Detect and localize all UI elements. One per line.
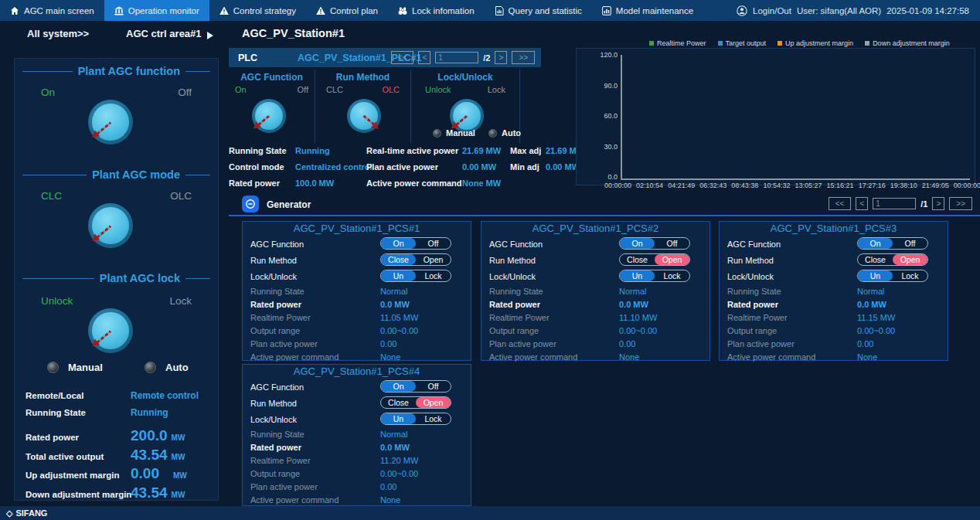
rated-power-value: 200.0MW <box>131 427 185 444</box>
toggle-unlock[interactable]: Un <box>381 270 416 281</box>
legend-swatch <box>718 41 723 46</box>
manual-radio[interactable] <box>47 362 59 373</box>
page-number-input[interactable] <box>873 198 916 209</box>
toggle-close[interactable]: Close <box>381 254 416 265</box>
run-method-toggle[interactable]: Close Open <box>380 396 451 409</box>
nav-operation-monitor[interactable]: Operation monitor <box>104 0 209 21</box>
plant-agc-lock-knob[interactable] <box>88 308 133 353</box>
nav-label: Control plan <box>330 6 378 15</box>
lock-unlock-toggle[interactable]: Un Lock <box>619 270 690 282</box>
toggle-on[interactable]: On <box>858 238 893 249</box>
running-state-row: Running StateNormal <box>481 284 709 297</box>
realtime-power-row: Realtime Power11.10 MW <box>481 311 709 324</box>
active-power-command-row: Active power commandNone <box>481 350 709 363</box>
plan-active-power-row: Plan active power0.00 <box>720 337 948 350</box>
toggle-unlock[interactable]: Un <box>381 413 416 424</box>
field-value: 11.15 MW <box>857 313 895 322</box>
prev-page-button[interactable]: < <box>856 197 868 210</box>
toggle-off[interactable]: Off <box>655 238 689 249</box>
next-page-button[interactable]: > <box>932 197 944 210</box>
toggle-open[interactable]: Open <box>416 397 451 408</box>
agc-function-toggle[interactable]: On Off <box>380 380 451 393</box>
manual-radio[interactable] <box>433 129 441 138</box>
next-page-button[interactable]: > <box>495 51 507 64</box>
run-method-toggle[interactable]: Close Open <box>380 253 451 266</box>
nav-control-plan[interactable]: Control plan <box>306 0 388 21</box>
agc-function-toggle[interactable]: On Off <box>619 237 690 250</box>
toggle-off[interactable]: Off <box>893 238 927 249</box>
last-page-button[interactable]: >> <box>512 51 535 64</box>
toggle-on[interactable]: On <box>620 238 655 249</box>
field-value: 11.20 MW <box>380 456 418 465</box>
nav-label: Operation monitor <box>128 6 199 15</box>
toggle-lock[interactable]: Lock <box>655 270 689 281</box>
nav-agc-main-screen[interactable]: AGC main screen <box>0 0 104 21</box>
field-label: Realtime Power <box>727 313 788 322</box>
plc-agc-function-knob[interactable] <box>252 99 286 133</box>
nav-label: Control strategy <box>233 6 296 15</box>
nav-query-statistic[interactable]: Query and statistic <box>485 0 592 21</box>
pcs-card-title: AGC_PV_Station#1_PCS#1 <box>243 222 471 236</box>
x-tick-label: 02:10:54 <box>636 182 663 189</box>
realtime-power-row: Realtime Power11.05 MW <box>243 311 471 324</box>
lock-unlock-toggle[interactable]: Un Lock <box>380 270 451 282</box>
output-range-row: Output range0.00~0.00 <box>720 324 948 337</box>
group-lock-unlock: Lock/Unlock Unlock Lock Manual Auto <box>411 70 520 144</box>
auto-radio[interactable] <box>145 362 156 373</box>
first-page-button[interactable]: << <box>829 197 852 210</box>
y-axis-labels: 120.090.060.030.00.0 <box>578 51 618 181</box>
toggle-off[interactable]: Off <box>416 238 451 249</box>
toggle-lock[interactable]: Lock <box>416 413 451 424</box>
run-method-toggle[interactable]: Close Open <box>857 253 928 266</box>
toggle-lock[interactable]: Lock <box>416 270 451 281</box>
first-page-button[interactable]: << <box>391 51 414 64</box>
user-icon <box>737 5 747 16</box>
breadcrumb-all-system[interactable]: All system>> <box>27 28 89 39</box>
manual-radio-row: Manual <box>47 362 103 373</box>
toggle-close[interactable]: Close <box>620 254 655 265</box>
prev-page-button[interactable]: < <box>418 51 430 64</box>
legend-swatch <box>778 41 782 46</box>
page-number-input[interactable] <box>435 52 478 63</box>
nav-control-strategy[interactable]: Control strategy <box>209 0 306 21</box>
field-value: None <box>619 352 639 362</box>
toggle-open[interactable]: Open <box>655 254 689 265</box>
plc-run-method-knob[interactable] <box>347 99 381 133</box>
nav-label: Lock infomation <box>412 6 475 15</box>
field-label: Run Method <box>250 256 297 265</box>
generator-icon <box>242 195 259 212</box>
toggle-unlock[interactable]: Un <box>620 270 655 281</box>
y-tick-label: 120.0 <box>600 51 618 59</box>
run-method-toggle[interactable]: Close Open <box>619 253 690 266</box>
toggle-lock[interactable]: Lock <box>893 270 927 281</box>
field-label: Active power command <box>250 352 339 362</box>
login-out-link[interactable]: Login/Out <box>753 6 791 15</box>
toggle-open[interactable]: Open <box>893 254 927 265</box>
plant-agc-mode-knob[interactable] <box>88 203 133 248</box>
toggle-close[interactable]: Close <box>381 397 416 408</box>
last-page-button[interactable]: >> <box>949 197 972 210</box>
toggle-off[interactable]: Off <box>416 381 451 392</box>
agc-function-toggle[interactable]: On Off <box>380 237 451 250</box>
field-label: Active power command <box>727 352 815 362</box>
agc-function-toggle[interactable]: On Off <box>857 237 928 250</box>
group-labels: Unlock Lock <box>425 85 505 94</box>
run-method-row: Run Method Close Open <box>481 252 709 268</box>
nav-model-maintenance[interactable]: Model maintenance <box>592 0 703 21</box>
toggle-on[interactable]: On <box>381 381 416 392</box>
lock-unlock-toggle[interactable]: Un Lock <box>857 270 928 282</box>
toggle-open[interactable]: Open <box>416 254 451 265</box>
toggle-on[interactable]: On <box>381 238 416 249</box>
field-value: Normal <box>619 287 646 296</box>
binoculars-icon <box>398 6 407 15</box>
x-tick-label: 08:43:38 <box>731 182 758 189</box>
toggle-unlock[interactable]: Un <box>858 270 893 281</box>
auto-label: Auto <box>502 128 521 138</box>
lock-unlock-toggle[interactable]: Un Lock <box>380 413 451 425</box>
toggle-close[interactable]: Close <box>858 254 893 265</box>
nav-lock-infomation[interactable]: Lock infomation <box>388 0 485 21</box>
breadcrumb-area[interactable]: AGC ctrl area#1 <box>126 28 202 39</box>
plant-agc-function-knob[interactable] <box>88 100 133 144</box>
auto-radio[interactable] <box>488 129 497 138</box>
field-label: Running State <box>489 287 543 296</box>
